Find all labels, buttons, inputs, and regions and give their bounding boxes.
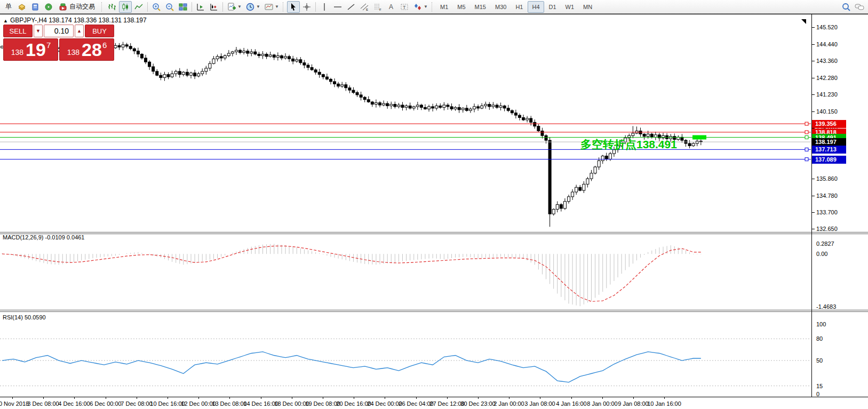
line-handle[interactable]	[805, 136, 808, 139]
panel-separator[interactable]	[0, 310, 868, 312]
macd-axis-label: -1.4683	[816, 303, 836, 310]
candle-body	[261, 54, 264, 56]
candle-body	[647, 134, 649, 136]
candle-body	[609, 154, 611, 159]
line-handle[interactable]	[805, 122, 808, 125]
candle-body	[481, 106, 483, 108]
price-tick-label: 145.520	[816, 24, 838, 30]
candle-body	[254, 52, 257, 54]
date-tick	[416, 397, 417, 399]
price-tick-label: 135.860	[816, 175, 838, 182]
panel-separator[interactable]	[0, 232, 868, 234]
rsi-axis-label: 15	[816, 383, 823, 389]
macd-signal-line	[2, 246, 701, 301]
date-tick	[664, 397, 665, 399]
date-tick-label: 14 Dec 16:00	[243, 400, 278, 407]
candle-body	[265, 54, 268, 57]
collapse-triangle-icon[interactable]: ▲	[3, 18, 8, 23]
candle-body	[329, 79, 332, 82]
date-tick-label: 13 Dec 08:00	[212, 400, 246, 407]
candle-body	[178, 71, 181, 75]
candle-body	[496, 105, 498, 107]
buy-price-big: 28	[82, 41, 102, 59]
price-tick-label: 134.780	[816, 193, 838, 199]
buy-price-button[interactable]: 138286	[59, 38, 114, 61]
price-tick	[812, 111, 815, 112]
candle-body	[360, 95, 362, 97]
candle-body	[190, 73, 193, 75]
volume-input[interactable]	[44, 25, 74, 37]
candle-body	[197, 74, 200, 76]
date-tick-label: 18 Dec 00:00	[274, 400, 309, 407]
price-axis-border	[811, 14, 812, 397]
candle-body	[401, 105, 404, 107]
date-tick-label: 27 Dec 12:00	[429, 400, 464, 407]
candle-body	[171, 74, 173, 77]
candle-body	[571, 192, 574, 197]
green-marker[interactable]	[692, 135, 706, 140]
candle-body	[594, 167, 596, 173]
buy-price-sup: 6	[102, 41, 107, 50]
price-tick-label: 140.150	[816, 108, 838, 115]
price-tick-label: 142.280	[816, 75, 838, 81]
candle-body	[552, 209, 555, 214]
candle-body	[296, 60, 298, 61]
candle-body	[405, 106, 408, 107]
date-tick-label: 4 Dec 16:00	[58, 400, 90, 407]
candle-body	[465, 108, 468, 110]
date-tick-label: 10 Dec 16:00	[150, 400, 185, 407]
candle-body	[250, 52, 253, 53]
candle-body	[356, 92, 359, 94]
line-handle[interactable]	[805, 131, 808, 134]
candle-body	[450, 107, 453, 109]
candle-body	[182, 72, 185, 74]
buy-price-prefix: 138	[67, 48, 79, 57]
candle-body	[148, 62, 151, 67]
candle-body	[212, 59, 215, 63]
candle-body	[201, 71, 204, 74]
candle-body	[337, 84, 340, 86]
candle-body	[518, 115, 521, 117]
candle-body	[586, 179, 589, 184]
candle-body	[556, 205, 559, 210]
candle-body	[174, 71, 177, 74]
candle-body	[129, 46, 132, 49]
date-tick	[354, 397, 354, 399]
candle-body	[390, 105, 393, 106]
candle-body	[548, 140, 551, 214]
volume-down-button[interactable]: ▼	[34, 25, 43, 37]
scale-arrow-icon[interactable]	[801, 19, 806, 24]
sell-button[interactable]: SELL	[3, 25, 33, 37]
candle-body	[239, 50, 242, 52]
date-tick	[261, 397, 261, 399]
candle-body	[533, 122, 536, 126]
candle-body	[318, 72, 321, 74]
date-tick	[571, 397, 572, 399]
macd-axis-label: 0.00	[816, 251, 827, 257]
price-chip: 137.089	[812, 156, 846, 164]
chart-canvas[interactable]	[0, 0, 868, 409]
candle-body	[428, 107, 431, 109]
candle-body	[125, 45, 128, 46]
date-tick	[602, 397, 603, 399]
date-tick-label: 26 Dec 04:00	[399, 400, 433, 407]
price-chip: 138.197	[812, 138, 846, 146]
volume-up-button[interactable]: ▲	[75, 25, 84, 37]
date-tick	[540, 397, 540, 399]
candle-body	[420, 105, 423, 107]
candle-body	[299, 60, 302, 63]
sell-price-button[interactable]: 138197	[3, 38, 58, 61]
candle-body	[583, 184, 585, 190]
candle-body	[292, 59, 294, 61]
candle-body	[511, 110, 513, 113]
rsi-axis-label: 100	[816, 321, 826, 327]
candle-body	[412, 107, 415, 108]
price-tick	[812, 61, 815, 61]
line-handle[interactable]	[805, 148, 808, 151]
candle-body	[375, 103, 377, 105]
date-tick-label: 19 Dec 08:00	[305, 400, 340, 407]
buy-button[interactable]: BUY	[85, 25, 114, 37]
date-tick	[137, 397, 137, 399]
chart-annotation-text[interactable]: 多空转折点138.491	[580, 137, 677, 152]
line-handle[interactable]	[805, 158, 808, 161]
